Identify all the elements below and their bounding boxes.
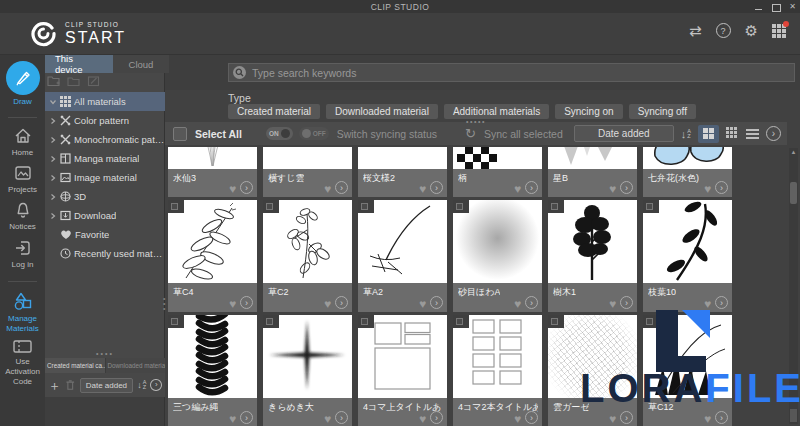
tree-chevron-icon[interactable] <box>49 174 57 182</box>
material-select-checkbox[interactable] <box>358 315 374 328</box>
syncing-on-toggle[interactable]: ON <box>266 127 293 140</box>
material-detail-button[interactable]: › <box>620 411 633 424</box>
tab-downloaded-material[interactable]: Downloaded material ca... <box>105 358 166 373</box>
favorite-heart-icon[interactable]: ♥ <box>419 413 426 425</box>
new-folder-icon[interactable] <box>47 75 60 87</box>
sidebar-item-manage-materials[interactable]: ManageMaterials <box>0 291 45 334</box>
material-thumbnail[interactable] <box>358 147 447 169</box>
mini-sort-dropdown[interactable]: Date added <box>80 378 134 393</box>
material-detail-button[interactable]: › <box>430 411 443 424</box>
favorite-heart-icon[interactable]: ♥ <box>609 183 616 195</box>
syncing-off-toggle[interactable]: OFF <box>299 127 329 140</box>
material-detail-button[interactable]: › <box>240 296 253 309</box>
material-thumbnail[interactable] <box>168 147 257 169</box>
add-button[interactable]: ＋ <box>48 379 61 392</box>
favorite-heart-icon[interactable]: ♥ <box>324 298 331 310</box>
mini-expand-icon[interactable]: › <box>150 379 162 391</box>
tab-created-material[interactable]: Created material ca... <box>45 358 105 373</box>
tab-this-device[interactable]: This device <box>45 55 113 73</box>
material-card[interactable]: 草C4♥› <box>168 200 257 312</box>
material-card[interactable]: 枝葉10♥› <box>643 200 732 312</box>
view-large-grid-icon[interactable] <box>698 125 719 143</box>
tree-chevron-icon[interactable] <box>49 229 57 240</box>
favorite-heart-icon[interactable]: ♥ <box>704 298 711 310</box>
tree-item-all-materials[interactable]: All materials <box>45 92 165 111</box>
select-all-checkbox[interactable] <box>173 127 187 141</box>
material-detail-button[interactable]: › <box>525 181 538 194</box>
search-input[interactable] <box>252 67 790 79</box>
sync-refresh-icon[interactable]: ↻ <box>465 126 476 141</box>
scroll-down-button[interactable] <box>790 409 797 422</box>
material-select-checkbox[interactable] <box>643 200 659 213</box>
sidebar-item-notices[interactable]: Notices <box>0 200 45 232</box>
material-card[interactable]: 4コマ上タイトルあり♥› <box>358 315 447 426</box>
tree-chevron-icon[interactable] <box>49 193 57 201</box>
sync-arrows-icon[interactable]: ⇄ <box>689 23 702 38</box>
material-card[interactable]: 七弁花(水色)♥› <box>643 147 732 197</box>
trash-icon[interactable] <box>65 379 76 391</box>
sidebar-item-projects[interactable]: Projects <box>0 163 45 195</box>
material-thumbnail[interactable] <box>643 147 732 169</box>
expand-panel-icon[interactable]: › <box>766 126 781 141</box>
material-detail-button[interactable]: › <box>620 181 633 194</box>
favorite-heart-icon[interactable]: ♥ <box>704 183 711 195</box>
favorite-heart-icon[interactable]: ♥ <box>419 183 426 195</box>
tree-item-recently-used-materials[interactable]: Recently used materials <box>45 244 165 263</box>
settings-gear-icon[interactable]: ⚙ <box>745 23 758 38</box>
material-detail-button[interactable]: › <box>715 181 728 194</box>
sidebar-item-use-activation-code[interactable]: Use ActivationCode <box>0 338 45 387</box>
material-card[interactable]: きらめき大♥› <box>263 315 352 426</box>
material-card[interactable]: 草A2♥› <box>358 200 447 312</box>
material-select-checkbox[interactable] <box>263 200 279 213</box>
tree-item-monochromatic-pattern[interactable]: Monochromatic pattern <box>45 130 165 149</box>
maximize-button[interactable] <box>772 3 780 11</box>
tree-chevron-icon[interactable] <box>49 117 57 125</box>
material-select-checkbox[interactable] <box>548 315 564 328</box>
tree-chevron-icon[interactable] <box>49 248 57 259</box>
material-card[interactable]: 水仙3♥› <box>168 147 257 197</box>
tree-item-color-pattern[interactable]: Color pattern <box>45 111 165 130</box>
favorite-heart-icon[interactable]: ♥ <box>514 183 521 195</box>
material-detail-button[interactable]: › <box>240 411 253 424</box>
material-detail-button[interactable]: › <box>335 181 348 194</box>
close-button[interactable]: ✕ <box>789 3 796 11</box>
material-detail-button[interactable]: › <box>240 181 253 194</box>
material-detail-button[interactable]: › <box>525 296 538 309</box>
tree-chevron-icon[interactable] <box>49 98 57 106</box>
filter-button-syncing-on[interactable]: Syncing on <box>555 104 622 119</box>
material-detail-button[interactable]: › <box>335 296 348 309</box>
duplicate-folder-icon[interactable] <box>67 75 80 87</box>
material-detail-button[interactable]: › <box>525 411 538 424</box>
material-detail-button[interactable]: › <box>620 296 633 309</box>
favorite-heart-icon[interactable]: ♥ <box>609 298 616 310</box>
material-select-checkbox[interactable] <box>168 315 184 328</box>
material-select-checkbox[interactable] <box>453 200 469 213</box>
material-card[interactable]: 雲ガーゼ♥› <box>548 315 637 426</box>
mini-sort-direction-icon[interactable]: ↓AZ <box>137 380 146 390</box>
sidebar-item-home[interactable]: Home <box>0 126 45 158</box>
material-card[interactable]: 三つ編み縄♥› <box>168 315 257 426</box>
favorite-heart-icon[interactable]: ♥ <box>704 413 711 425</box>
sort-by-dropdown[interactable]: Date added <box>574 125 674 142</box>
material-select-checkbox[interactable] <box>358 200 374 213</box>
material-detail-button[interactable]: › <box>335 411 348 424</box>
material-detail-button[interactable]: › <box>430 296 443 309</box>
panel-resize-handle[interactable]: ••• <box>163 296 167 311</box>
material-thumbnail[interactable] <box>263 147 352 169</box>
favorite-heart-icon[interactable]: ♥ <box>514 413 521 425</box>
material-detail-button[interactable]: › <box>430 181 443 194</box>
tree-chevron-icon[interactable] <box>49 136 57 144</box>
material-select-checkbox[interactable] <box>548 200 564 213</box>
sort-direction-icon[interactable]: ↓AZ <box>681 128 691 140</box>
material-card[interactable]: 桜文様2♥› <box>358 147 447 197</box>
view-small-grid-icon[interactable] <box>726 127 739 140</box>
material-card[interactable]: 砂目ほわA♥› <box>453 200 542 312</box>
tree-chevron-icon[interactable] <box>49 212 57 220</box>
favorite-heart-icon[interactable]: ♥ <box>419 298 426 310</box>
tree-item-image-material[interactable]: Image material <box>45 168 165 187</box>
sidebar-item-login[interactable]: Log in <box>0 238 45 270</box>
minimize-button[interactable] <box>755 3 763 11</box>
vertical-scrollbar[interactable]: ▲ <box>789 148 798 424</box>
material-card[interactable]: 4コマ2本タイトルあり♥› <box>453 315 542 426</box>
material-detail-button[interactable]: › <box>715 411 728 424</box>
